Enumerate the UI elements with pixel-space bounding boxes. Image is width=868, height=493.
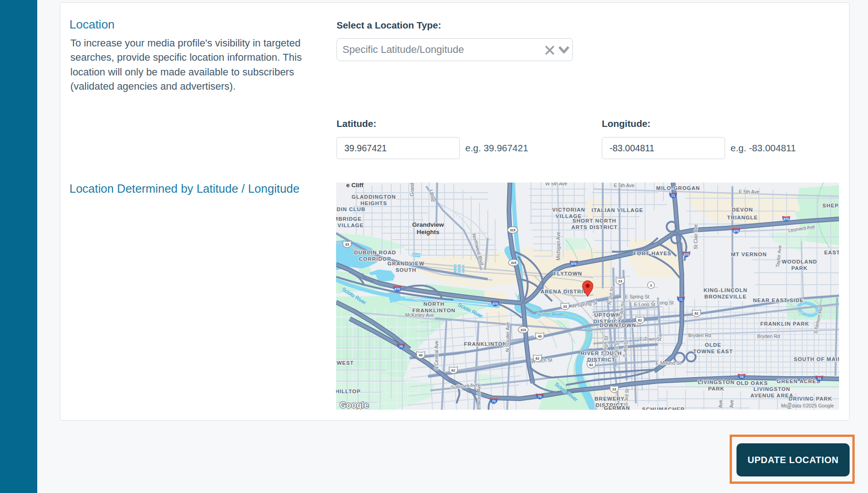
svg-text:UPTOWN: UPTOWN <box>594 312 621 318</box>
svg-text:FRANKLIN PARK: FRANKLIN PARK <box>760 321 810 327</box>
svg-text:315: 315 <box>520 328 526 332</box>
svg-text:71: 71 <box>679 298 683 301</box>
svg-text:GREEN ACRES: GREEN ACRES <box>777 378 821 384</box>
svg-text:e Cliff: e Cliff <box>346 183 364 189</box>
svg-text:MILO-GROGAN: MILO-GROGAN <box>656 185 700 191</box>
svg-text:62: 62 <box>451 368 455 373</box>
svg-text:3: 3 <box>650 284 652 287</box>
svg-text:NEAR EAST SIDE: NEAR EAST SIDE <box>753 298 804 303</box>
svg-text:VICTORIAN: VICTORIAN <box>552 207 585 212</box>
svg-text:70: 70 <box>399 345 403 348</box>
svg-text:DDIN CLUB: DDIN CLUB <box>336 206 365 212</box>
svg-text:OLD OAKS: OLD OAKS <box>737 380 768 386</box>
svg-text:Bryden Rd: Bryden Rd <box>757 333 780 339</box>
svg-text:E 5th Ave: E 5th Ave <box>614 183 634 188</box>
svg-text:EASTG: EASTG <box>824 250 839 255</box>
svg-text:Michigan Ave: Michigan Ave <box>555 232 561 260</box>
svg-text:MBRIDGE: MBRIDGE <box>336 216 362 222</box>
svg-text:WEST: WEST <box>337 360 354 366</box>
svg-text:K VILLAGE: K VILLAGE <box>336 223 364 228</box>
svg-text:SOUTH OF MAIN: SOUTH OF MAIN <box>794 356 839 362</box>
svg-text:E Long St: E Long St <box>652 300 674 305</box>
svg-text:670: 670 <box>492 302 498 305</box>
svg-text:E Town St: E Town St <box>640 336 661 342</box>
svg-text:ITALIAN VILLAGE: ITALIAN VILLAGE <box>592 207 644 213</box>
svg-text:ARTS DISTRICT: ARTS DISTRICT <box>571 224 618 230</box>
svg-text:BREWERY: BREWERY <box>594 396 624 401</box>
svg-text:33: 33 <box>345 242 349 246</box>
svg-text:670: 670 <box>733 229 739 233</box>
svg-text:St Clair Ave: St Clair Ave <box>693 224 698 249</box>
svg-text:OLDE: OLDE <box>705 342 721 348</box>
svg-text:LIVINGSTON: LIVINGSTON <box>754 386 790 392</box>
svg-text:TRIANGLE: TRIANGLE <box>727 215 758 220</box>
svg-text:FLYTOWN: FLYTOWN <box>554 271 582 276</box>
svg-text:McKinley Ave: McKinley Ave <box>405 312 434 318</box>
svg-text:Grandview A: Grandview A <box>409 183 415 196</box>
svg-text:DOWNTOWN: DOWNTOWN <box>600 322 636 328</box>
svg-text:62: 62 <box>695 311 698 315</box>
svg-text:40: 40 <box>419 353 423 357</box>
svg-text:N Souder Ave: N Souder Ave <box>505 322 510 352</box>
svg-text:Ave: Ave <box>729 400 734 408</box>
svg-text:N Central Ave: N Central Ave <box>434 340 439 370</box>
svg-text:NORTH: NORTH <box>423 301 445 307</box>
svg-text:S Glenwood Ave: S Glenwood Ave <box>476 383 481 410</box>
svg-text:E Mound St: E Mound St <box>656 360 681 366</box>
svg-text:FRANKLINTON: FRANKLINTON <box>464 341 507 347</box>
svg-text:62: 62 <box>589 363 593 367</box>
svg-text:62: 62 <box>638 318 642 322</box>
svg-text:SHORT NORTH: SHORT NORTH <box>572 218 616 224</box>
svg-text:40: 40 <box>538 334 542 338</box>
svg-text:670: 670 <box>394 287 400 291</box>
svg-text:KING-LINCOLN: KING-LINCOLN <box>703 287 748 293</box>
svg-text:670: 670 <box>783 218 789 221</box>
svg-text:GLADDINGTON: GLADDINGTON <box>352 194 396 200</box>
svg-text:23: 23 <box>612 387 616 391</box>
svg-text:315: 315 <box>510 229 515 232</box>
svg-text:70: 70 <box>817 377 821 380</box>
svg-text:CORRIDOR: CORRIDOR <box>359 256 392 262</box>
svg-text:670: 670 <box>571 262 577 265</box>
svg-text:33: 33 <box>563 304 567 309</box>
svg-text:Scioto River: Scioto River <box>537 311 564 317</box>
svg-text:BRONZEVILLE: BRONZEVILLE <box>704 294 747 299</box>
svg-text:DRIVING PARK: DRIVING PARK <box>789 396 833 401</box>
svg-text:DEVON: DEVON <box>732 207 753 212</box>
svg-text:DUBLIN ROAD: DUBLIN ROAD <box>354 250 396 255</box>
svg-text:Ave: Ave <box>718 400 723 408</box>
svg-text:PARK: PARK <box>708 386 725 391</box>
svg-text:70: 70 <box>740 375 743 378</box>
svg-text:670: 670 <box>684 253 689 256</box>
svg-text:E Spring St: E Spring St <box>625 294 649 299</box>
svg-text:Google: Google <box>340 401 369 410</box>
svg-text:FORT HAYES: FORT HAYES <box>633 251 671 256</box>
svg-text:62: 62 <box>536 356 539 361</box>
svg-text:Rd: Rd <box>787 402 792 409</box>
svg-text:SHEPA: SHEPA <box>822 203 839 208</box>
svg-text:HEIGHTS: HEIGHTS <box>360 201 387 206</box>
svg-text:DISTRICT: DISTRICT <box>587 357 615 362</box>
svg-text:SOUTH: SOUTH <box>395 267 416 273</box>
svg-text:70: 70 <box>538 395 542 398</box>
svg-text:PARK: PARK <box>791 265 808 271</box>
svg-text:HILLTOP: HILLTOP <box>336 389 361 394</box>
svg-text:MT VERNON: MT VERNON <box>731 252 767 257</box>
svg-text:W 5th Ave: W 5th Ave <box>545 183 567 186</box>
svg-text:71: 71 <box>671 194 675 197</box>
svg-text:E Long St: E Long St <box>634 302 655 307</box>
svg-text:WOODLAND: WOODLAND <box>782 259 817 264</box>
svg-text:Bryden Rd: Bryden Rd <box>688 332 711 338</box>
svg-text:AVENUE AREA: AVENUE AREA <box>750 393 793 398</box>
svg-text:GRANDVIEW: GRANDVIEW <box>388 261 425 266</box>
svg-text:315: 315 <box>511 261 516 264</box>
svg-text:23: 23 <box>618 279 622 283</box>
svg-text:SCHUMACHER: SCHUMACHER <box>642 407 685 410</box>
svg-text:LIVINGSTON: LIVINGSTON <box>698 379 735 385</box>
svg-text:Grandview: Grandview <box>412 221 444 228</box>
svg-text:E 5th Ave: E 5th Ave <box>739 189 760 195</box>
svg-text:TOWNE EAST: TOWNE EAST <box>693 349 733 354</box>
svg-text:Heights: Heights <box>417 229 440 235</box>
svg-text:70: 70 <box>492 400 496 403</box>
